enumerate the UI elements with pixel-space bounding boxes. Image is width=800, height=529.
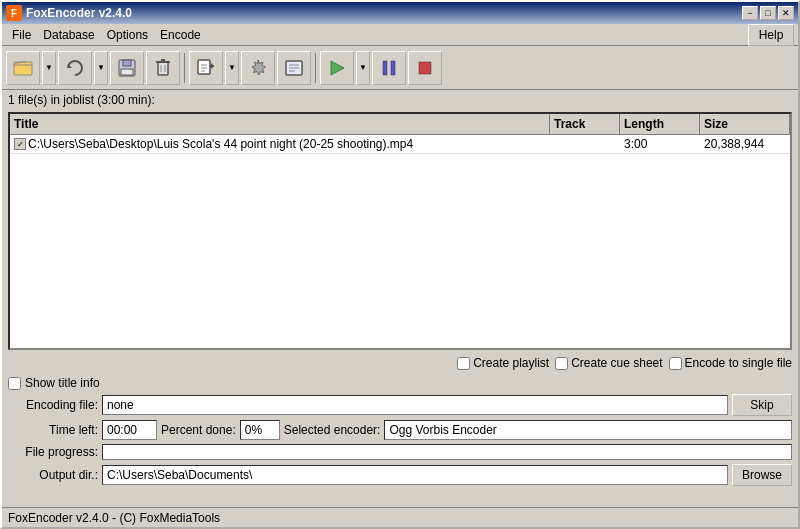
time-left-input[interactable] xyxy=(102,420,157,440)
col-title[interactable]: Title xyxy=(10,114,550,134)
col-size[interactable]: Size xyxy=(700,114,790,134)
form-area: Encoding file: Skip Time left: Percent d… xyxy=(2,392,798,492)
svg-rect-22 xyxy=(383,61,387,75)
cell-track xyxy=(550,135,620,153)
menu-file[interactable]: File xyxy=(6,26,37,44)
create-playlist-checkbox[interactable] xyxy=(457,357,470,370)
refresh-dropdown[interactable]: ▼ xyxy=(94,51,108,85)
encoder-input[interactable] xyxy=(384,420,792,440)
bottom-checkboxes: Create playlist Create cue sheet Encode … xyxy=(2,352,798,374)
joblist-header: Title Track Length Size xyxy=(10,114,790,135)
show-title-row: Show title info xyxy=(2,374,798,392)
time-left-row: Time left: Percent done: Selected encode… xyxy=(8,420,792,440)
joblist: Title Track Length Size ✓ C:\Users\Seba\… xyxy=(8,112,792,350)
output-dir-row: Output dir.: Browse xyxy=(8,464,792,486)
file-progress-label: File progress: xyxy=(8,445,98,459)
info-button[interactable] xyxy=(277,51,311,85)
close-button[interactable]: ✕ xyxy=(778,6,794,20)
menu-options[interactable]: Options xyxy=(101,26,154,44)
svg-rect-5 xyxy=(158,62,168,75)
minimize-button[interactable]: − xyxy=(742,6,758,20)
main-content: Title Track Length Size ✓ C:\Users\Seba\… xyxy=(2,110,798,352)
open-button[interactable] xyxy=(6,51,40,85)
browse-button[interactable]: Browse xyxy=(732,464,792,486)
title-bar: F FoxEncoder v2.4.0 − □ ✕ xyxy=(2,2,798,24)
save-button[interactable] xyxy=(110,51,144,85)
create-playlist-label: Create playlist xyxy=(457,356,549,370)
svg-rect-10 xyxy=(198,60,210,74)
svg-rect-4 xyxy=(121,69,133,75)
show-title-checkbox[interactable] xyxy=(8,377,21,390)
svg-rect-0 xyxy=(14,62,32,75)
encode-single-checkbox[interactable] xyxy=(669,357,682,370)
percent-done-input[interactable] xyxy=(240,420,280,440)
joblist-rows[interactable]: ✓ C:\Users\Seba\Desktop\Luis Scola's 44 … xyxy=(10,135,790,343)
encoding-file-label: Encoding file: xyxy=(8,398,98,412)
status-bar: FoxEncoder v2.4.0 - (C) FoxMediaTools xyxy=(2,507,798,527)
toolbar-separator-2 xyxy=(315,53,316,83)
encode-single-label: Encode to single file xyxy=(669,356,792,370)
file-progress-row: File progress: xyxy=(8,444,792,460)
percent-done-label: Percent done: xyxy=(161,423,236,437)
output-dir-input[interactable] xyxy=(102,465,728,485)
settings-button[interactable] xyxy=(241,51,275,85)
svg-rect-24 xyxy=(419,62,431,74)
encode-dropdown[interactable]: ▼ xyxy=(356,51,370,85)
skip-button[interactable]: Skip xyxy=(732,394,792,416)
refresh-button[interactable] xyxy=(58,51,92,85)
menu-bar: File Database Options Encode Help xyxy=(2,24,798,46)
status-bar-text: FoxEncoder v2.4.0 - (C) FoxMediaTools xyxy=(8,511,220,525)
maximize-button[interactable]: □ xyxy=(760,6,776,20)
create-cue-sheet-checkbox[interactable] xyxy=(555,357,568,370)
show-title-label: Show title info xyxy=(25,376,100,390)
col-track[interactable]: Track xyxy=(550,114,620,134)
encode-button[interactable] xyxy=(320,51,354,85)
encoding-file-row: Encoding file: Skip xyxy=(8,394,792,416)
add-button[interactable] xyxy=(189,51,223,85)
window-controls: − □ ✕ xyxy=(742,6,794,20)
svg-rect-3 xyxy=(123,60,131,66)
menu-encode[interactable]: Encode xyxy=(154,26,207,44)
add-dropdown[interactable]: ▼ xyxy=(225,51,239,85)
pause-button[interactable] xyxy=(372,51,406,85)
encoding-file-input[interactable] xyxy=(102,395,728,415)
delete-button[interactable] xyxy=(146,51,180,85)
help-button[interactable]: Help xyxy=(748,24,794,46)
toolbar-separator-1 xyxy=(184,53,185,83)
app-window: F FoxEncoder v2.4.0 − □ ✕ File Database … xyxy=(0,0,800,529)
toolbar: ▼ ▼ xyxy=(2,46,798,90)
output-dir-label: Output dir.: xyxy=(8,468,98,482)
open-dropdown[interactable]: ▼ xyxy=(42,51,56,85)
menu-database[interactable]: Database xyxy=(37,26,100,44)
cell-length: 3:00 xyxy=(620,135,700,153)
cell-title: ✓ C:\Users\Seba\Desktop\Luis Scola's 44 … xyxy=(10,135,550,153)
cell-size: 20,388,944 xyxy=(700,135,790,153)
create-cue-sheet-label: Create cue sheet xyxy=(555,356,662,370)
title-bar-left: F FoxEncoder v2.4.0 xyxy=(6,5,132,21)
window-title: FoxEncoder v2.4.0 xyxy=(26,6,132,20)
table-row[interactable]: ✓ C:\Users\Seba\Desktop\Luis Scola's 44 … xyxy=(10,135,790,154)
progress-bar xyxy=(102,444,792,460)
stop-button[interactable] xyxy=(408,51,442,85)
svg-marker-21 xyxy=(331,61,344,75)
time-left-label: Time left: xyxy=(8,423,98,437)
status-line: 1 file(s) in joblist (3:00 min): xyxy=(2,90,798,110)
col-length[interactable]: Length xyxy=(620,114,700,134)
row-checkbox[interactable]: ✓ xyxy=(14,138,26,150)
app-icon: F xyxy=(6,5,22,21)
svg-rect-23 xyxy=(391,61,395,75)
selected-encoder-label: Selected encoder: xyxy=(284,423,381,437)
